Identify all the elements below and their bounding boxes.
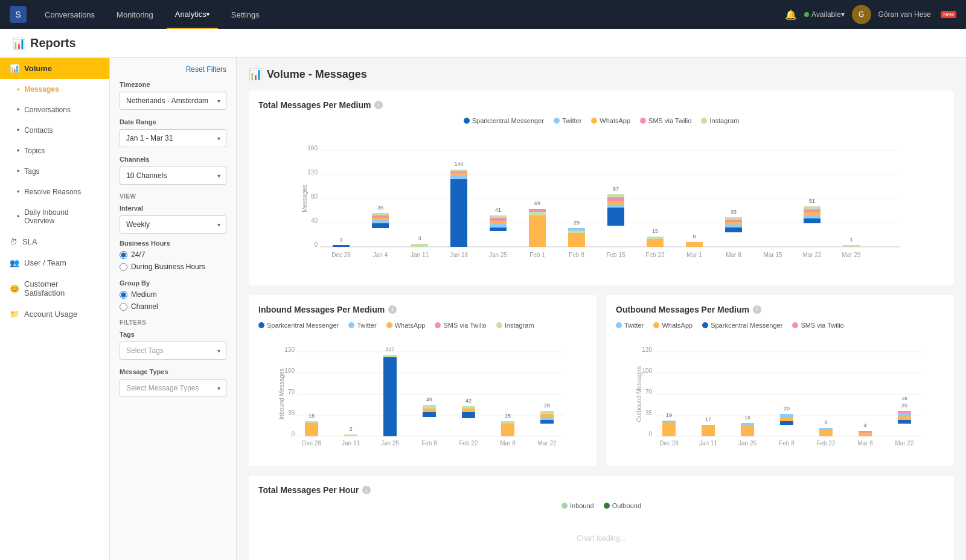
nav-conversations[interactable]: Conversations (36, 0, 103, 29)
sidebar-item-account-usage[interactable]: 📁 Account Usage (0, 304, 109, 325)
svg-text:Mar 22: Mar 22 (537, 440, 557, 447)
radio-medium[interactable]: Medium (120, 290, 226, 299)
svg-text:Jan 25: Jan 25 (489, 252, 507, 258)
svg-rect-20 (411, 244, 428, 247)
outbound-info-icon[interactable]: i (753, 305, 761, 314)
svg-rect-106 (462, 406, 475, 409)
svg-rect-98 (383, 355, 397, 357)
radio-24-7[interactable]: 24/7 (120, 250, 226, 259)
svg-rect-111 (540, 420, 554, 424)
message-types-select[interactable]: Select Message Types (120, 379, 226, 397)
total-messages-info-icon[interactable]: i (374, 101, 383, 109)
timezone-section: Timezone Netherlands - Amsterdam (120, 81, 226, 110)
radio-during-business[interactable]: During Business Hours (120, 262, 226, 271)
sidebar-item-customer-satisfaction[interactable]: 😊 Customer Satisfaction (0, 273, 109, 304)
sidebar-item-topics[interactable]: • Topics (0, 141, 109, 161)
tags-label: Tags (24, 167, 39, 176)
svg-text:4: 4 (863, 422, 866, 428)
nav-monitoring[interactable]: Monitoring (108, 0, 162, 29)
svg-text:49: 49 (426, 396, 432, 402)
svg-rect-35 (529, 212, 546, 215)
sidebar-item-volume[interactable]: 📊 Volume (0, 58, 109, 79)
sidebar-item-daily-inbound[interactable]: • Daily Inbound Overview (0, 202, 109, 231)
inbound-info-icon[interactable]: i (388, 305, 397, 314)
svg-rect-151 (859, 431, 872, 433)
svg-rect-53 (725, 228, 742, 232)
svg-rect-140 (741, 425, 754, 436)
timezone-label: Timezone (120, 81, 226, 88)
svg-text:Feb 8: Feb 8 (779, 440, 795, 447)
sidebar-item-contacts[interactable]: • Contacts (0, 120, 109, 141)
sidebar-item-resolve-reasons[interactable]: • Resolve Reasons (0, 182, 109, 202)
svg-rect-54 (725, 224, 742, 228)
inbound-chart-section: Inbound Messages Per Medium i Sparkcentr… (249, 295, 597, 466)
total-messages-chart: 0 40 80 120 160 Messages (258, 129, 944, 274)
svg-text:3: 3 (418, 235, 421, 241)
svg-rect-26 (450, 170, 467, 171)
sidebar-item-tags[interactable]: • Tags (0, 161, 109, 182)
user-team-label: User / Team (24, 258, 66, 267)
top-navigation: S Conversations Monitoring Analytics Set… (0, 0, 966, 29)
svg-rect-138 (702, 435, 715, 436)
svg-rect-28 (490, 228, 507, 231)
svg-rect-12 (333, 245, 350, 247)
contacts-label: Contacts (24, 126, 53, 135)
tags-select[interactable]: Select Tags (120, 342, 226, 360)
svg-text:Messages: Messages (301, 185, 308, 212)
svg-text:Mar 29: Mar 29 (842, 252, 861, 258)
svg-rect-112 (540, 417, 554, 420)
interval-select[interactable]: Weekly (120, 215, 226, 234)
svg-rect-137 (702, 425, 715, 436)
volume-label: Volume (24, 64, 52, 73)
reset-filters-link[interactable]: Reset Filters (186, 65, 226, 74)
svg-rect-56 (725, 220, 742, 222)
radio-channel[interactable]: Channel (120, 302, 226, 311)
nav-analytics[interactable]: Analytics (167, 0, 218, 29)
svg-rect-141 (741, 423, 754, 425)
svg-rect-39 (568, 231, 585, 233)
svg-rect-15 (372, 220, 389, 223)
sidebar-item-sla[interactable]: ⏱ SLA (0, 231, 109, 252)
svg-rect-30 (490, 221, 507, 224)
resolve-reasons-label: Resolve Reasons (24, 188, 81, 196)
svg-rect-14 (372, 223, 389, 228)
outbound-chart: 0 35 70 100 130 Outbound Messages (616, 334, 944, 454)
svg-text:Feb 15: Feb 15 (606, 252, 625, 258)
svg-rect-63 (804, 206, 820, 209)
svg-rect-101 (423, 409, 436, 412)
total-per-hour-title: Total Messages Per Hour i (258, 485, 944, 495)
sidebar-item-user-team[interactable]: 👥 User / Team (0, 252, 109, 273)
svg-rect-25 (450, 171, 467, 173)
svg-text:Mar 8: Mar 8 (726, 252, 741, 258)
new-badge: New (941, 11, 956, 18)
sidebar-item-messages[interactable]: • Messages (0, 79, 109, 100)
svg-text:Dec 28: Dec 28 (331, 252, 351, 258)
channels-select[interactable]: 10 Channels (120, 167, 226, 185)
svg-text:Mar 22: Mar 22 (895, 440, 914, 447)
svg-rect-156 (898, 411, 911, 413)
account-label: Account Usage (24, 310, 77, 319)
user-name: Göran van Hese (878, 10, 931, 19)
svg-text:Jan 25: Jan 25 (738, 440, 756, 447)
svg-rect-61 (804, 212, 820, 215)
svg-rect-155 (898, 413, 911, 416)
date-range-select[interactable]: Jan 1 - Mar 31 (120, 129, 226, 147)
page: 📊 Reports 📊 Volume • Messages • Conversa… (0, 29, 966, 560)
svg-rect-48 (647, 239, 664, 247)
svg-text:Mar 22: Mar 22 (802, 252, 822, 258)
status-indicator[interactable]: Available ▾ (804, 10, 844, 19)
sidebar-item-conversations[interactable]: • Conversations (0, 100, 109, 120)
svg-text:16: 16 (309, 413, 315, 419)
svg-text:17: 17 (705, 416, 711, 422)
nav-settings[interactable]: Settings (223, 0, 268, 29)
svg-rect-44 (607, 201, 624, 205)
per-hour-legend: Inbound Outbound (258, 502, 944, 509)
timezone-select[interactable]: Netherlands - Amsterdam (120, 92, 226, 110)
svg-rect-57 (725, 217, 742, 220)
svg-text:8: 8 (824, 419, 827, 425)
bell-icon[interactable]: 🔔 (785, 9, 797, 21)
svg-text:Mar 8: Mar 8 (857, 440, 873, 447)
total-per-hour-info-icon[interactable]: i (362, 486, 371, 494)
avatar[interactable]: G (852, 5, 871, 24)
inbound-chart-title: Inbound Messages Per Medium i (258, 305, 587, 314)
